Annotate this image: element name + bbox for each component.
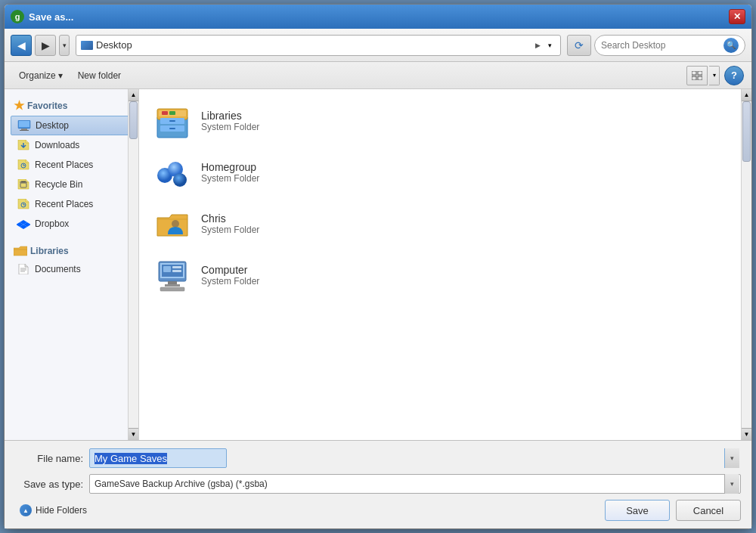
svg-rect-23 [169, 111, 175, 115]
save-button[interactable]: Save [605, 500, 670, 521]
sidebar: ★ Favorites Desktop [5, 89, 139, 440]
bottom-form: File name: ▾ Save as type: GameSave Back… [5, 440, 751, 528]
sidebar-scroll-thumb [129, 101, 138, 139]
libraries-section: Libraries Documents [5, 237, 138, 282]
filename-dropdown-arrow[interactable]: ▾ [724, 448, 739, 468]
svg-rect-36 [172, 270, 181, 272]
libraries-file-type: System Folder [201, 122, 259, 132]
svg-rect-3 [698, 76, 702, 80]
file-area: Libraries System Folder [139, 89, 751, 440]
svg-rect-30 [168, 281, 177, 284]
cancel-button[interactable]: Cancel [676, 500, 741, 521]
app-icon: g [11, 10, 24, 23]
main-area: ★ Favorites Desktop [5, 89, 751, 440]
favorites-star-icon: ★ [14, 98, 24, 113]
toolbar: Organize ▾ New folder ▾ ? [5, 62, 751, 89]
forward-button[interactable]: ▶ [35, 35, 56, 56]
sidebar-item-recent-places-1[interactable]: Recent Places [11, 155, 135, 175]
file-list-scrollbar[interactable]: ▲ ▼ [741, 89, 751, 440]
filename-input[interactable] [89, 448, 227, 468]
address-folder-icon [81, 41, 93, 50]
hide-folders-button[interactable]: ▲ Hide Folders [15, 501, 91, 519]
recent-places-icon-1 [17, 159, 30, 171]
file-item-chris[interactable]: Chris System Folder [147, 200, 733, 248]
hide-folders-icon: ▲ [20, 504, 32, 516]
svg-rect-31 [165, 284, 180, 287]
sidebar-item-dropbox[interactable]: Dropbox [11, 214, 135, 234]
computer-large-icon [154, 257, 191, 293]
savetype-dropdown-arrow[interactable]: ▾ [724, 474, 739, 494]
homegroup-file-name: Homegroup [201, 161, 259, 173]
sidebar-item-downloads[interactable]: Downloads [11, 135, 135, 155]
chris-file-name: Chris [201, 212, 259, 225]
search-button[interactable]: 🔍 [723, 38, 739, 53]
file-item-libraries[interactable]: Libraries System Folder [147, 97, 733, 145]
close-button[interactable]: ✕ [729, 9, 745, 24]
new-folder-button[interactable]: New folder [71, 66, 128, 85]
address-arrow-icon: ▶ [535, 42, 541, 49]
sidebar-scroll-down[interactable]: ▼ [129, 428, 138, 440]
file-scroll-thumb [742, 101, 751, 162]
svg-rect-7 [20, 130, 29, 131]
file-scroll-down-btn[interactable]: ▼ [742, 428, 751, 440]
svg-rect-5 [19, 121, 29, 127]
savetype-select[interactable]: GameSave Backup Archive (gsba) (*.gsba) [89, 474, 741, 494]
svg-rect-35 [172, 266, 181, 268]
organize-button[interactable]: Organize ▾ [12, 66, 70, 85]
sidebar-item-recent-places-2[interactable]: Recent Places [11, 194, 135, 214]
buttons-row: ▲ Hide Folders Save Cancel [15, 500, 741, 521]
libraries-folder-icon [14, 246, 27, 256]
address-chevron-icon[interactable]: ▾ [544, 36, 556, 55]
sidebar-item-recycle-bin[interactable]: Recycle Bin [11, 175, 135, 194]
sidebar-scroll-up[interactable]: ▲ [129, 89, 138, 101]
libraries-file-info: Libraries System Folder [201, 110, 259, 132]
libraries-large-icon [154, 103, 191, 139]
search-input[interactable] [601, 40, 720, 51]
sidebar-item-documents[interactable]: Documents [11, 259, 135, 279]
nav-dropdown-button[interactable]: ▾ [59, 35, 70, 56]
svg-rect-20 [169, 120, 175, 122]
svg-rect-21 [169, 128, 175, 129]
libraries-file-name: Libraries [201, 110, 259, 122]
navigation-bar: ◀ ▶ ▾ Desktop ▶ ▾ ⟳ 🔍 [5, 29, 751, 62]
file-item-computer[interactable]: Computer System Folder [147, 251, 733, 299]
chris-large-icon [154, 206, 191, 242]
svg-point-26 [173, 173, 187, 187]
view-dropdown-button[interactable]: ▾ [709, 66, 720, 85]
dropbox-icon [17, 218, 30, 230]
chris-file-info: Chris System Folder [201, 212, 259, 235]
desktop-icon [17, 119, 31, 132]
favorites-section: ★ Favorites Desktop [5, 89, 138, 237]
file-item-homegroup[interactable]: Homegroup System Folder [147, 148, 733, 197]
savetype-label: Save as type: [15, 479, 83, 490]
svg-rect-34 [163, 266, 171, 272]
homegroup-file-type: System Folder [201, 173, 259, 184]
sidebar-scrollbar[interactable]: ▲ ▼ [128, 89, 138, 440]
dialog-window: g Save as... ✕ ◀ ▶ ▾ Desktop ▶ ▾ ⟳ 🔍 Org… [4, 4, 752, 529]
filename-label: File name: [15, 453, 83, 464]
help-button[interactable]: ? [724, 66, 744, 85]
svg-rect-1 [698, 71, 702, 75]
action-buttons: Save Cancel [605, 500, 741, 521]
homegroup-file-info: Homegroup System Folder [201, 161, 259, 184]
svg-rect-22 [162, 111, 168, 115]
title-bar-text: Save as... [29, 11, 724, 23]
svg-point-27 [172, 220, 179, 228]
address-bar[interactable]: Desktop ▶ ▾ [76, 35, 561, 56]
computer-file-info: Computer System Folder [201, 264, 259, 287]
computer-file-type: System Folder [201, 276, 259, 287]
file-list: Libraries System Folder [139, 89, 741, 440]
title-bar: g Save as... ✕ [5, 5, 751, 29]
sidebar-item-desktop[interactable]: Desktop [11, 116, 135, 135]
svg-rect-0 [692, 71, 696, 75]
filename-input-wrapper: ▾ [89, 448, 741, 468]
homegroup-large-icon [154, 154, 191, 191]
libraries-header: Libraries [11, 243, 135, 259]
back-button[interactable]: ◀ [11, 35, 32, 56]
view-button[interactable] [686, 66, 708, 85]
file-scroll-up-btn[interactable]: ▲ [742, 89, 751, 101]
filename-row: File name: ▾ [15, 448, 741, 468]
favorites-header: ★ Favorites [11, 95, 135, 116]
refresh-button[interactable]: ⟳ [567, 35, 591, 56]
svg-rect-6 [21, 129, 27, 130]
